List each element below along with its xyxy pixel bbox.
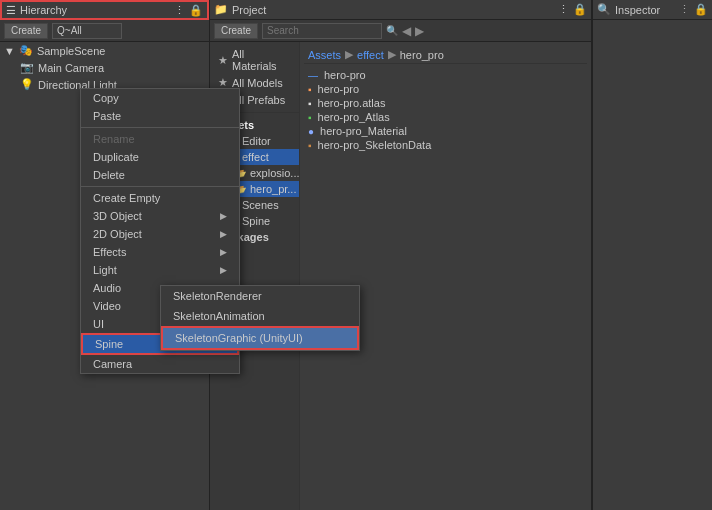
ctx-2d-object[interactable]: 2D Object ▶ (81, 225, 239, 243)
main-camera-label: Main Camera (38, 62, 104, 74)
hierarchy-toolbar: Create (0, 20, 209, 42)
ctx-paste[interactable]: Paste (81, 107, 239, 125)
bc-arrow-2: ▶ (388, 48, 396, 61)
camera-icon: 📷 (20, 61, 34, 74)
tree-item-main-camera[interactable]: 📷 Main Camera (0, 59, 209, 76)
file-label-hero-pro-material: hero-pro_Material (320, 125, 407, 137)
fav-all-models-label: All Models (232, 77, 283, 89)
scene-arrow-icon: ▼ (4, 45, 15, 57)
file-icon-atlas-cap: ▪ (308, 112, 312, 123)
hierarchy-icon: ☰ (6, 4, 16, 17)
file-label-hero-pro-skeleton: hero-pro_SkeletonData (318, 139, 432, 151)
star-icon: ★ (218, 54, 228, 67)
scenes-label: Scenes (242, 199, 279, 211)
nav-right-icon[interactable]: ▶ (415, 24, 424, 38)
file-label-hero-pro-atlas: hero-pro.atlas (318, 97, 386, 109)
file-icon-atlas: ▪ (308, 98, 312, 109)
file-label-hero-pro-atlas-cap: hero-pro_Atlas (318, 111, 390, 123)
ctx-light[interactable]: Light ▶ (81, 261, 239, 279)
ctx-separator-2 (81, 186, 239, 187)
submenu-skeleton-graphic[interactable]: SkeletonGraphic (UnityUI) (161, 326, 359, 350)
ctx-effects-arrow-icon: ▶ (220, 247, 227, 257)
effect-label: effect (242, 151, 269, 163)
file-icon-material: ● (308, 126, 314, 137)
file-label-hero-pro: hero-pro (318, 83, 360, 95)
file-hero-pro-material[interactable]: ● hero-pro_Material (304, 124, 587, 138)
hero-pr-label: hero_pr... (250, 183, 296, 195)
spine-submenu: SkeletonRenderer SkeletonAnimation Skele… (160, 285, 360, 351)
ctx-3d-arrow-icon: ▶ (220, 211, 227, 221)
scene-label: ▼ 🎭 SampleScene (0, 42, 209, 59)
fav-all-materials-label: All Materials (232, 48, 291, 72)
nav-left-icon[interactable]: ◀ (402, 24, 411, 38)
ctx-light-arrow-icon: ▶ (220, 265, 227, 275)
search-icon: 🔍 (386, 25, 398, 36)
inspector-title: Inspector (615, 4, 660, 16)
bc-effect[interactable]: effect (357, 49, 384, 61)
project-toolbar: Create 🔍 ◀ ▶ (210, 20, 591, 42)
file-hero-pro-atlas-cap[interactable]: ▪ hero-pro_Atlas (304, 110, 587, 124)
bc-assets[interactable]: Assets (308, 49, 341, 61)
project-content: ★ All Materials ★ All Models ★ All Prefa… (210, 42, 591, 510)
project-create-button[interactable]: Create (214, 23, 258, 39)
project-icon: 📁 (214, 3, 228, 16)
hierarchy-header: ☰ Hierarchy ⋮ 🔒 (0, 0, 209, 20)
ctx-rename: Rename (81, 130, 239, 148)
ctx-delete[interactable]: Delete (81, 166, 239, 184)
ctx-2d-arrow-icon: ▶ (220, 229, 227, 239)
scene-unity-icon: 🎭 (19, 44, 33, 57)
file-label-hero-pro-dash: hero-pro (324, 69, 366, 81)
submenu-skeleton-renderer[interactable]: SkeletonRenderer (161, 286, 359, 306)
project-right-content: Assets ▶ effect ▶ hero_pro — hero-pro ▪ … (300, 42, 591, 510)
project-title: Project (232, 4, 266, 16)
inspector-panel: 🔍 Inspector ⋮ 🔒 (592, 0, 712, 510)
ctx-effects[interactable]: Effects ▶ (81, 243, 239, 261)
editor-label: Editor (242, 135, 271, 147)
hierarchy-create-button[interactable]: Create (4, 23, 48, 39)
file-hero-pro-dash[interactable]: — hero-pro (304, 68, 587, 82)
hierarchy-panel: ☰ Hierarchy ⋮ 🔒 Create ▼ 🎭 SampleScene 📷… (0, 0, 210, 510)
file-hero-pro-atlas[interactable]: ▪ hero-pro.atlas (304, 96, 587, 110)
inspector-lock-icon[interactable]: 🔒 (694, 3, 708, 16)
inspector-icon: 🔍 (597, 3, 611, 16)
file-icon-hero-pro: ▪ (308, 84, 312, 95)
light-icon: 💡 (20, 78, 34, 91)
project-search-input[interactable] (262, 23, 382, 39)
ctx-create-empty[interactable]: Create Empty (81, 189, 239, 207)
hierarchy-lock-icon[interactable]: 🔒 (189, 4, 203, 17)
submenu-skeleton-animation[interactable]: SkeletonAnimation (161, 306, 359, 326)
bc-arrow-1: ▶ (345, 48, 353, 61)
ctx-copy[interactable]: Copy (81, 89, 239, 107)
fav-all-materials[interactable]: ★ All Materials (210, 46, 299, 74)
hierarchy-title: Hierarchy (20, 4, 67, 16)
hierarchy-search-input[interactable] (52, 23, 122, 39)
inspector-menu-icon[interactable]: ⋮ (679, 3, 690, 16)
file-icon-skeleton: ▪ (308, 140, 312, 151)
ctx-camera[interactable]: Camera (81, 355, 239, 373)
scene-name: SampleScene (37, 45, 106, 57)
project-lock-icon[interactable]: 🔒 (573, 3, 587, 16)
project-header: 📁 Project ⋮ 🔒 (210, 0, 591, 20)
file-hero-pro[interactable]: ▪ hero-pro (304, 82, 587, 96)
breadcrumb: Assets ▶ effect ▶ hero_pro (304, 46, 587, 64)
file-icon-dash: — (308, 70, 318, 81)
file-hero-pro-skeleton[interactable]: ▪ hero-pro_SkeletonData (304, 138, 587, 152)
explosio-label: explosio... (250, 167, 300, 179)
project-panel: 📁 Project ⋮ 🔒 Create 🔍 ◀ ▶ ★ (210, 0, 592, 510)
spine-label: Spine (242, 215, 270, 227)
project-menu-icon[interactable]: ⋮ (558, 3, 569, 16)
ctx-duplicate[interactable]: Duplicate (81, 148, 239, 166)
ctx-separator-1 (81, 127, 239, 128)
bc-hero-pro: hero_pro (400, 49, 444, 61)
ctx-3d-object[interactable]: 3D Object ▶ (81, 207, 239, 225)
hierarchy-menu-icon[interactable]: ⋮ (174, 4, 185, 17)
inspector-header: 🔍 Inspector ⋮ 🔒 (593, 0, 712, 20)
